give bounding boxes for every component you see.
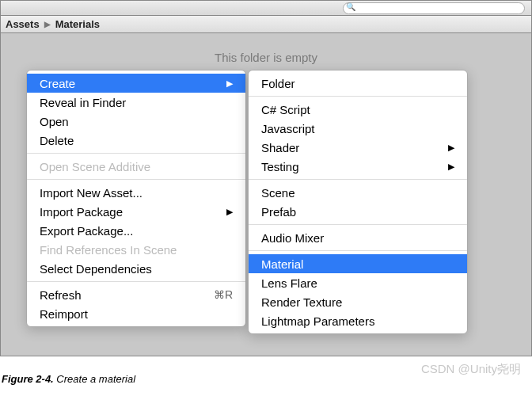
content-area[interactable]: This folder is empty Create▶Reveal in Fi… — [1, 33, 531, 356]
menu-item-delete[interactable]: Delete — [27, 131, 245, 150]
menu-item-material[interactable]: Material — [249, 254, 467, 273]
menu-item-render-texture[interactable]: Render Texture — [249, 292, 467, 311]
menu-item-export-package-[interactable]: Export Package... — [27, 221, 245, 240]
menu-item-javascript[interactable]: Javascript — [249, 119, 467, 138]
menu-item-audio-mixer[interactable]: Audio Mixer — [249, 228, 467, 247]
context-menu: Create▶Reveal in FinderOpenDeleteOpen Sc… — [26, 70, 246, 327]
menu-separator — [249, 179, 467, 180]
menu-item-label: Lens Flare — [261, 276, 317, 290]
menu-item-lens-flare[interactable]: Lens Flare — [249, 273, 467, 292]
menu-item-label: Refresh — [40, 288, 82, 302]
create-submenu: FolderC# ScriptJavascriptShader▶Testing▶… — [248, 70, 468, 334]
search-container: 🔍 — [343, 2, 525, 14]
menu-item-label: Prefab — [261, 205, 296, 219]
menu-item-refresh[interactable]: Refresh⌘R — [27, 285, 245, 304]
submenu-arrow-icon: ▶ — [226, 78, 233, 89]
menu-item-label: Reimport — [40, 307, 88, 321]
menu-item-create[interactable]: Create▶ — [27, 74, 245, 93]
menu-item-folder[interactable]: Folder — [249, 74, 467, 93]
menu-item-label: Shader — [261, 141, 299, 154]
empty-folder-text: This folder is empty — [1, 51, 531, 64]
menu-item-label: Find References In Scene — [40, 243, 177, 257]
menu-item-label: C# Script — [261, 103, 310, 116]
menu-item-label: Folder — [261, 77, 295, 90]
menu-item-import-package[interactable]: Import Package▶ — [27, 202, 245, 221]
menu-separator — [249, 96, 467, 97]
figure-text: Create a material — [54, 373, 135, 385]
menu-item-label: Select Dependencies — [40, 262, 152, 276]
menu-separator — [27, 281, 245, 282]
menu-item-shader[interactable]: Shader▶ — [249, 138, 467, 157]
menu-item-testing[interactable]: Testing▶ — [249, 157, 467, 176]
menu-separator — [27, 153, 245, 154]
menu-item-label: Material — [261, 257, 303, 271]
menu-item-label: Lightmap Parameters — [261, 314, 374, 328]
menu-item-label: Javascript — [261, 122, 315, 135]
breadcrumb-current[interactable]: Materials — [51, 18, 104, 30]
menu-item-reveal-in-finder[interactable]: Reveal in Finder — [27, 93, 245, 112]
menu-item-label: Reveal in Finder — [40, 96, 126, 109]
menu-item-reimport[interactable]: Reimport — [27, 304, 245, 323]
menu-item-label: Testing — [261, 160, 299, 173]
menu-item-open-scene-additive: Open Scene Additive — [27, 157, 245, 176]
menu-separator — [249, 224, 467, 225]
menu-item-prefab[interactable]: Prefab — [249, 202, 467, 221]
menu-item-label: Import Package — [40, 205, 123, 219]
menu-item-find-references-in-scene: Find References In Scene — [27, 240, 245, 259]
menu-item-select-dependencies[interactable]: Select Dependencies — [27, 259, 245, 278]
menu-item-c-script[interactable]: C# Script — [249, 100, 467, 119]
project-window: 🔍 Assets ▶ Materials This folder is empt… — [0, 0, 532, 356]
shortcut: ⌘R — [214, 288, 233, 301]
watermark: CSDN @Unity尧明 — [421, 362, 521, 377]
menu-separator — [249, 250, 467, 251]
menu-item-label: Audio Mixer — [261, 231, 324, 245]
menu-item-label: Import New Asset... — [40, 186, 142, 200]
submenu-arrow-icon: ▶ — [448, 143, 454, 153]
search-input[interactable] — [343, 2, 525, 14]
titlebar: 🔍 — [1, 0, 531, 16]
breadcrumb-root[interactable]: Assets — [1, 18, 44, 30]
figure-number: Figure 2-4. — [2, 373, 54, 385]
chevron-right-icon: ▶ — [44, 20, 51, 29]
menu-item-label: Render Texture — [261, 295, 342, 309]
menu-separator — [27, 179, 245, 180]
breadcrumb: Assets ▶ Materials — [1, 16, 531, 33]
menu-item-label: Open — [40, 115, 69, 128]
figure-caption: Figure 2-4. Create a material — [2, 373, 135, 385]
menu-item-import-new-asset-[interactable]: Import New Asset... — [27, 183, 245, 202]
search-icon: 🔍 — [346, 2, 355, 11]
menu-item-lightmap-parameters[interactable]: Lightmap Parameters — [249, 311, 467, 330]
menu-item-label: Create — [40, 77, 75, 90]
menu-item-scene[interactable]: Scene — [249, 183, 467, 202]
menu-item-label: Export Package... — [40, 224, 133, 238]
menu-item-open[interactable]: Open — [27, 112, 245, 131]
submenu-arrow-icon: ▶ — [226, 207, 233, 217]
menu-item-label: Scene — [261, 186, 295, 200]
menu-item-label: Delete — [40, 134, 74, 147]
menu-item-label: Open Scene Additive — [40, 160, 150, 173]
submenu-arrow-icon: ▶ — [448, 162, 454, 172]
